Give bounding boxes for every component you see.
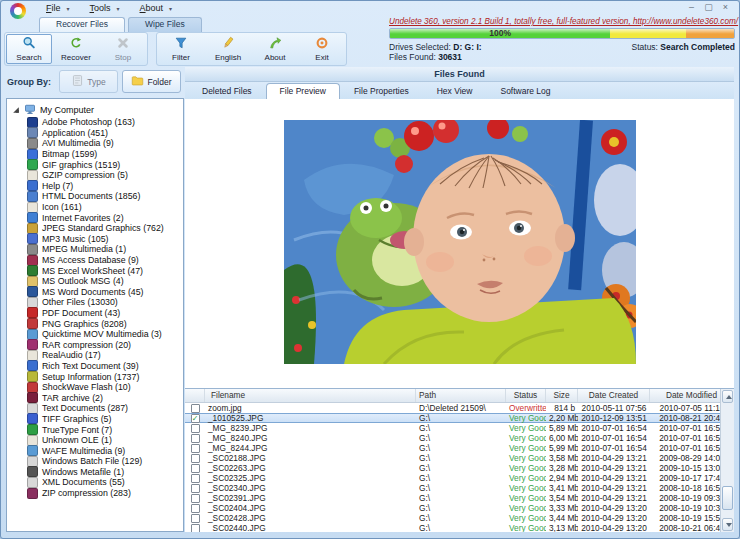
tree-item-help[interactable]: Help (7) xyxy=(27,181,183,192)
tree-item-tar-archive[interactable]: TAR archive (2) xyxy=(27,392,183,403)
tab-file-properties[interactable]: File Properties xyxy=(340,83,423,99)
tree-item-rich-text-document[interactable]: Rich Text Document (39) xyxy=(27,361,183,372)
tree-item-png-graphics[interactable]: PNG Graphics (8208) xyxy=(27,318,183,329)
tree-item-mpeg-multimedia[interactable]: MPEG Multimedia (1) xyxy=(27,244,183,255)
tree-item-realaudio[interactable]: RealAudio (17) xyxy=(27,350,183,361)
tree-item-pdf-document[interactable]: PDF Document (43) xyxy=(27,308,183,319)
tree-item-ms-access-database[interactable]: MS Access Database (9) xyxy=(27,255,183,266)
ribbon-tab-wipe-files[interactable]: Wipe Files xyxy=(128,17,202,32)
table-row[interactable]: zoom.jpgD:\Deleted 21509\Overwritten814 … xyxy=(185,403,734,413)
tree-item-mp3-music[interactable]: MP3 Music (105) xyxy=(27,234,183,245)
checkbox[interactable] xyxy=(191,494,200,503)
tree-item-other-files[interactable]: Other Files (13030) xyxy=(27,297,183,308)
tree-item-icon[interactable]: Icon (161) xyxy=(27,202,183,213)
table-row[interactable]: _MG_8244.JPGG:\Very Good5,99 Mb2010-07-0… xyxy=(185,443,734,453)
column-header-filename[interactable]: Filename xyxy=(205,389,416,402)
tab-software-log[interactable]: Software Log xyxy=(486,83,564,99)
toolbar-button-label: Stop xyxy=(115,53,131,62)
flash-file-icon xyxy=(27,382,38,393)
tree-item-jpeg-standard-graphics[interactable]: JPEG Standard Graphics (762) xyxy=(27,223,183,234)
exit-button[interactable]: Exit xyxy=(299,34,345,64)
column-header-status[interactable]: Status xyxy=(506,389,546,402)
checkbox[interactable] xyxy=(191,524,200,533)
table-scrollbar[interactable] xyxy=(720,389,734,532)
table-row[interactable]: _SC02428.JPGG:\Very Good3,44 Mb2010-04-2… xyxy=(185,513,734,523)
table-row[interactable]: _SC02391.JPGG:\Very Good3,54 Mb2010-04-2… xyxy=(185,493,734,503)
menu-item-about[interactable]: About▾ xyxy=(140,3,173,13)
table-row[interactable]: ✓_1010525.JPGG:\Very Good2,20 Mb2010-12-… xyxy=(185,413,734,423)
table-row[interactable]: _SC02440.JPGG:\Very Good3,13 Mb2010-04-2… xyxy=(185,523,734,532)
scroll-up-icon[interactable] xyxy=(722,390,733,403)
tree-item-wafe-multimedia[interactable]: WAFE Multimedia (9) xyxy=(27,445,183,456)
tree-item-unknown-ole[interactable]: Unknown OLE (1) xyxy=(27,435,183,446)
tree-item-adobe-photoshop[interactable]: Adobe Photoshop (163) xyxy=(27,117,183,128)
scroll-thumb[interactable] xyxy=(722,486,733,510)
column-header-path[interactable]: Path xyxy=(416,389,506,402)
checkbox[interactable] xyxy=(191,404,200,413)
table-row[interactable]: _SC02340.JPGG:\Very Good3,41 Mb2010-04-2… xyxy=(185,483,734,493)
tree-item-xml-documents[interactable]: XML Documents (55) xyxy=(27,477,183,488)
ribbon-tab-recover-files[interactable]: Recover Files xyxy=(39,17,125,32)
column-header-size[interactable]: Size xyxy=(546,389,578,402)
column-header-checkbox[interactable] xyxy=(185,389,205,402)
table-row[interactable]: _SC02188.JPGG:\Very Good3,58 Mb2010-04-2… xyxy=(185,453,734,463)
column-header-date-created[interactable]: Date Created xyxy=(578,389,650,402)
tree-item-tiff-graphics[interactable]: TIFF Graphics (5) xyxy=(27,414,183,425)
tree-item-zip-compression[interactable]: ZIP compression (283) xyxy=(27,488,183,499)
english-button[interactable]: English xyxy=(205,34,251,64)
checkbox[interactable] xyxy=(191,454,200,463)
checkbox[interactable] xyxy=(191,444,200,453)
checkbox[interactable] xyxy=(191,504,200,513)
tab-hex-view[interactable]: Hex View xyxy=(423,83,487,99)
tab-deleted-files[interactable]: Deleted Files xyxy=(188,83,266,99)
about-button[interactable]: About xyxy=(252,34,298,64)
tree-expander-icon[interactable] xyxy=(13,107,19,113)
group-by-folder-button[interactable]: Folder xyxy=(122,70,181,93)
tree-item-windows-batch-file[interactable]: Windows Batch File (129) xyxy=(27,456,183,467)
tree-item-ms-outlook-msg[interactable]: MS Outlook MSG (4) xyxy=(27,276,183,287)
table-row[interactable]: _MG_8240.JPGG:\Very Good6,00 Mb2010-07-0… xyxy=(185,433,734,443)
checkbox[interactable] xyxy=(191,514,200,523)
minimize-icon[interactable]: – xyxy=(685,2,698,13)
tree-item-html-documents[interactable]: HTML Documents (1856) xyxy=(27,191,183,202)
batch-file-icon xyxy=(27,456,38,467)
checkbox[interactable] xyxy=(191,434,200,443)
checkbox[interactable] xyxy=(191,424,200,433)
table-row[interactable]: _SC02325.JPGG:\Very Good2,94 Mb2010-04-2… xyxy=(185,473,734,483)
tree-item-windows-metafile[interactable]: Windows Metafile (1) xyxy=(27,467,183,478)
tree-item-rar-compression[interactable]: RAR compression (20) xyxy=(27,339,183,350)
checkbox[interactable] xyxy=(191,474,200,483)
tree-item-gzip-compression[interactable]: GZIP compression (5) xyxy=(27,170,183,181)
product-link[interactable]: Undelete 360, version 2.1 Build 1, total… xyxy=(389,17,735,26)
tree-item-ms-excel-worksheet[interactable]: MS Excel WorkSheet (47) xyxy=(27,265,183,276)
tree-item-quicktime-mov-multimedia[interactable]: Quicktime MOV Multimedia (3) xyxy=(27,329,183,340)
filter-button[interactable]: Filter xyxy=(158,34,204,64)
checkbox[interactable] xyxy=(191,484,200,493)
toolbar-group-1: SearchRecoverStop xyxy=(4,32,148,66)
tree-item-truetype-font[interactable]: TrueType Font (7) xyxy=(27,424,183,435)
cell-status: Very Good xyxy=(506,413,546,423)
table-row[interactable]: _MG_8239.JPGG:\Very Good5,89 Mb2010-07-0… xyxy=(185,423,734,433)
search-button[interactable]: Search xyxy=(6,34,52,64)
maximize-icon[interactable]: ▢ xyxy=(702,2,715,13)
checkbox-checked[interactable]: ✓ xyxy=(191,414,200,423)
tab-file-preview[interactable]: File Preview xyxy=(266,83,340,99)
close-icon[interactable]: × xyxy=(719,2,732,13)
recover-button[interactable]: Recover xyxy=(53,34,99,64)
tree-root-my-computer[interactable]: My Computer xyxy=(12,104,183,116)
tree-item-gif-graphics[interactable]: GIF graphics (1519) xyxy=(27,159,183,170)
tree-item-ms-word-documents[interactable]: MS Word Documents (45) xyxy=(27,287,183,298)
tree-item-setup-information[interactable]: Setup Information (1737) xyxy=(27,371,183,382)
scroll-down-icon[interactable] xyxy=(722,518,733,531)
tree-item-avi-multimedia[interactable]: AVI Multimedia (9) xyxy=(27,138,183,149)
tree-item-shockwave-flash[interactable]: ShockWave Flash (10) xyxy=(27,382,183,393)
table-row[interactable]: _SC02404.JPGG:\Very Good3,33 Mb2010-04-2… xyxy=(185,503,734,513)
tree-item-bitmap[interactable]: Bitmap (1599) xyxy=(27,149,183,160)
tree-item-text-documents[interactable]: Text Documents (287) xyxy=(27,403,183,414)
tree-item-internet-favorites[interactable]: Internet Favorites (2) xyxy=(27,212,183,223)
table-row[interactable]: _SC02263.JPGG:\Very Good3,28 Mb2010-04-2… xyxy=(185,463,734,473)
checkbox[interactable] xyxy=(191,464,200,473)
menu-item-tools[interactable]: Tools▾ xyxy=(90,3,120,13)
tree-item-application[interactable]: Application (451) xyxy=(27,128,183,139)
menu-item-file[interactable]: File▾ xyxy=(46,3,70,13)
